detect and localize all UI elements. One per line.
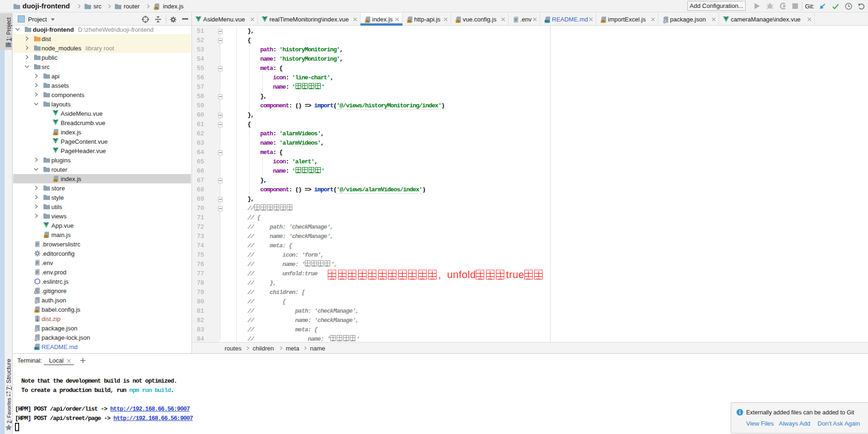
svg-text:JS: JS xyxy=(44,235,48,238)
svg-text:JS: JS xyxy=(456,20,460,23)
svg-text:MD: MD xyxy=(35,347,39,350)
svg-text:JS: JS xyxy=(53,179,57,182)
svg-text:JS: JS xyxy=(407,20,411,23)
svg-text:JS: JS xyxy=(154,7,158,10)
svg-text:JS: JS xyxy=(53,132,57,135)
svg-text:JS: JS xyxy=(365,20,369,23)
svg-text:{}: {} xyxy=(663,20,666,23)
svg-text:JS: JS xyxy=(601,20,605,23)
svg-text:{}: {} xyxy=(35,300,37,304)
svg-text:JS: JS xyxy=(35,309,39,313)
svg-text:{}: {} xyxy=(35,337,37,341)
svg-text:MD: MD xyxy=(545,20,550,23)
svg-text:{}: {} xyxy=(35,328,37,332)
